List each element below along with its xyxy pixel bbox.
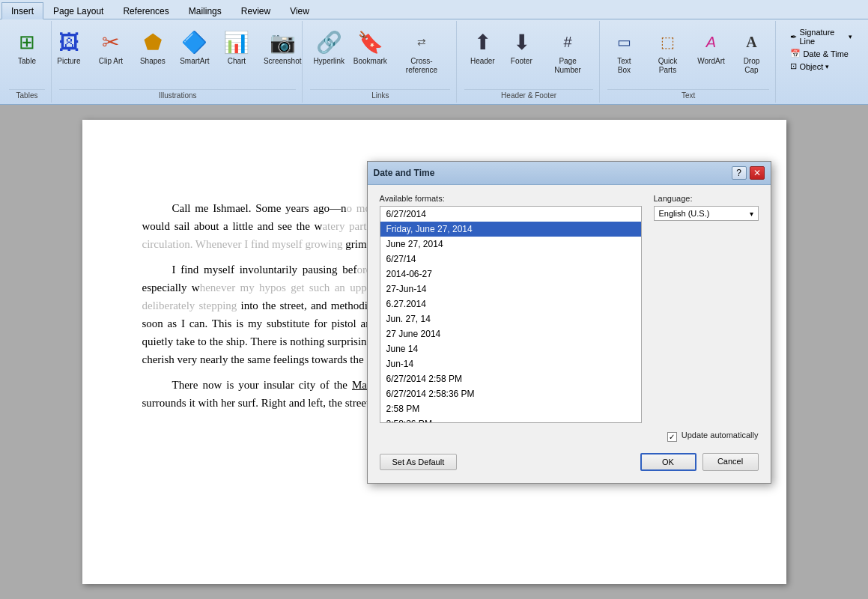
- ribbon-group-links: 🔗 Hyperlink 🔖 Bookmark ⇄ Cross-reference…: [304, 21, 457, 103]
- update-automatically-label: Update automatically: [682, 431, 759, 440]
- ribbon-tabs: Insert Page Layout References Mailings R…: [0, 0, 868, 19]
- format-list-inner[interactable]: 6/27/2014Friday, June 27, 2014June 27, 2…: [380, 207, 641, 422]
- bookmark-button[interactable]: 🔖 Bookmark: [350, 24, 390, 69]
- date-time-label: Date & Time: [803, 49, 849, 58]
- format-item-13[interactable]: 2:58 PM: [380, 401, 641, 416]
- dialog-help-button[interactable]: ?: [732, 166, 747, 180]
- date-time-button[interactable]: 📅 Date & Time: [788, 48, 855, 59]
- page-number-icon: #: [553, 27, 583, 57]
- format-item-4[interactable]: 2014-06-27: [380, 267, 641, 282]
- object-dropdown-icon: ▾: [825, 63, 829, 70]
- quick-parts-label: Quick Parts: [650, 57, 685, 75]
- footer-label: Footer: [511, 57, 532, 66]
- table-button[interactable]: ⊞ Table: [7, 24, 46, 69]
- header-button[interactable]: ⬆ Header: [464, 24, 500, 69]
- quick-parts-button[interactable]: ⬚ Quick Parts: [646, 24, 690, 78]
- ribbon-content: ⊞ Table Tables 🖼 Picture ✂ Clip Art ⬟ S: [0, 19, 868, 104]
- text-group-label: Text: [607, 89, 770, 100]
- dialog-close-button[interactable]: ✕: [750, 166, 765, 180]
- format-item-3[interactable]: 6/27/14: [380, 252, 641, 267]
- wordart-label: WordArt: [697, 57, 725, 66]
- text-box-label: Text Box: [610, 57, 638, 75]
- date-time-icon: 📅: [790, 49, 801, 58]
- date-time-dialog: Date and Time ? ✕ Available formats: 6/2…: [367, 161, 771, 484]
- language-label: Language:: [654, 194, 759, 203]
- format-item-8[interactable]: 27 June 2014: [380, 326, 641, 341]
- chart-label: Chart: [228, 57, 246, 66]
- chart-icon: 📊: [222, 27, 252, 57]
- drop-cap-button[interactable]: A Drop Cap: [732, 24, 771, 78]
- shapes-icon: ⬟: [138, 27, 168, 57]
- signature-line-dropdown-icon: ▾: [849, 33, 852, 40]
- quick-parts-icon: ⬚: [652, 27, 682, 57]
- format-item-9[interactable]: June 14: [380, 341, 641, 356]
- format-item-12[interactable]: 6/27/2014 2:58:36 PM: [380, 386, 641, 401]
- hyperlink-icon: 🔗: [314, 27, 344, 57]
- screenshot-icon: 📷: [267, 27, 297, 57]
- tab-insert[interactable]: Insert: [1, 2, 43, 19]
- header-label: Header: [470, 57, 495, 66]
- drop-cap-label: Drop Cap: [737, 57, 766, 75]
- language-section: Language: English (U.S.) ▾: [654, 194, 759, 423]
- tables-group-label: Tables: [9, 89, 45, 100]
- tab-view[interactable]: View: [280, 2, 319, 19]
- ribbon-group-illustrations: 🖼 Picture ✂ Clip Art ⬟ Shapes 🔷 SmartArt…: [53, 21, 303, 103]
- shapes-button[interactable]: ⬟ Shapes: [133, 24, 172, 69]
- tab-mailings[interactable]: Mailings: [179, 2, 231, 19]
- format-item-11[interactable]: 6/27/2014 2:58 PM: [380, 371, 641, 386]
- language-dropdown-icon: ▾: [750, 210, 753, 218]
- format-item-10[interactable]: Jun-14: [380, 356, 641, 371]
- dialog-overlay: Date and Time ? ✕ Available formats: 6/2…: [82, 120, 786, 584]
- cross-reference-icon: ⇄: [407, 27, 437, 57]
- format-item-6[interactable]: 6.27.2014: [380, 297, 641, 311]
- format-item-2[interactable]: June 27, 2014: [380, 237, 641, 252]
- clip-art-icon: ✂: [96, 27, 126, 57]
- footer-icon: ⬇: [506, 27, 536, 57]
- links-group-label: Links: [310, 89, 450, 100]
- format-list[interactable]: 6/27/2014Friday, June 27, 2014June 27, 2…: [380, 206, 642, 423]
- signature-line-label: Signature Line: [799, 28, 846, 46]
- format-item-7[interactable]: Jun. 27, 14: [380, 311, 641, 326]
- cross-reference-button[interactable]: ⇄ Cross-reference: [393, 24, 451, 78]
- ribbon-group-header-footer: ⬆ Header ⬇ Footer # Page Number Header &…: [458, 21, 600, 103]
- cancel-button[interactable]: Cancel: [702, 453, 759, 471]
- bookmark-label: Bookmark: [353, 57, 387, 66]
- format-item-5[interactable]: 27-Jun-14: [380, 282, 641, 297]
- smartart-icon: 🔷: [180, 27, 210, 57]
- dialog-footer: Set As Default OK Cancel: [380, 450, 759, 474]
- chart-button[interactable]: 📊 Chart: [217, 24, 256, 69]
- format-item-1[interactable]: Friday, June 27, 2014: [380, 222, 641, 237]
- object-button[interactable]: ⊡ Object ▾: [788, 61, 855, 72]
- footer-button[interactable]: ⬇ Footer: [503, 24, 539, 69]
- clip-art-button[interactable]: ✂ Clip Art: [91, 24, 130, 69]
- ok-button[interactable]: OK: [640, 453, 696, 471]
- illustrations-group-label: Illustrations: [59, 89, 296, 100]
- object-label: Object: [799, 62, 823, 71]
- ribbon-group-tables: ⊞ Table Tables: [3, 21, 52, 103]
- format-item-0[interactable]: 6/27/2014: [380, 207, 641, 222]
- text-box-button[interactable]: ▭ Text Box: [606, 24, 643, 78]
- page-number-button[interactable]: # Page Number: [542, 24, 593, 78]
- language-select[interactable]: English (U.S.) ▾: [654, 206, 759, 221]
- document-area: CHAPTER Call me Ishmael. Some years ago—…: [0, 105, 868, 599]
- tab-page-layout[interactable]: Page Layout: [43, 2, 113, 19]
- hyperlink-button[interactable]: 🔗 Hyperlink: [310, 24, 347, 69]
- table-icon: ⊞: [12, 27, 42, 57]
- dialog-title: Date and Time: [374, 168, 435, 178]
- tab-references[interactable]: References: [113, 2, 178, 19]
- set-as-default-button[interactable]: Set As Default: [380, 454, 458, 470]
- available-formats-label: Available formats:: [380, 194, 642, 203]
- picture-button[interactable]: 🖼 Picture: [49, 24, 88, 69]
- signature-line-icon: ✒: [790, 32, 797, 42]
- picture-icon: 🖼: [54, 27, 84, 57]
- format-item-14[interactable]: 2:58:36 PM: [380, 416, 641, 422]
- wordart-button[interactable]: A WordArt: [693, 24, 729, 69]
- dialog-body: Available formats: 6/27/2014Friday, June…: [368, 185, 771, 483]
- signature-line-button[interactable]: ✒ Signature Line ▾: [788, 27, 855, 46]
- update-automatically-checkbox[interactable]: ✓: [667, 432, 677, 442]
- screenshot-label: Screenshot: [264, 57, 302, 66]
- tab-review[interactable]: Review: [231, 2, 280, 19]
- smartart-button[interactable]: 🔷 SmartArt: [175, 24, 214, 69]
- screenshot-button[interactable]: 📷 Screenshot: [259, 24, 306, 69]
- language-value: English (U.S.): [659, 209, 710, 218]
